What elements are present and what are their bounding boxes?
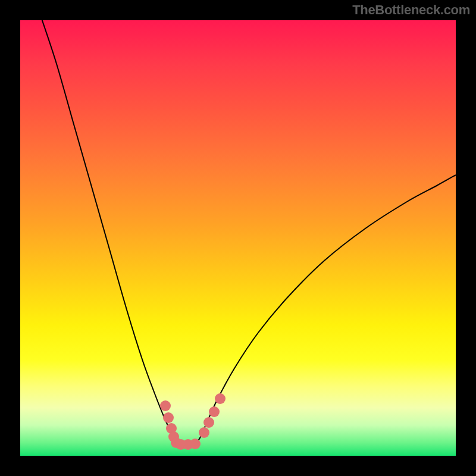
data-marker	[190, 439, 201, 449]
data-marker	[163, 412, 174, 423]
curve-left-curve	[38, 20, 178, 444]
data-marker	[160, 400, 171, 411]
data-marker	[199, 427, 209, 438]
chart-container: TheBottleneck.com	[0, 0, 476, 476]
data-marker	[209, 406, 220, 417]
data-marker	[203, 417, 214, 428]
plot-area	[20, 20, 456, 456]
curve-right-curve	[196, 175, 456, 444]
watermark-text: TheBottleneck.com	[352, 2, 470, 18]
data-marker	[215, 393, 226, 404]
curve-layer	[20, 20, 456, 456]
